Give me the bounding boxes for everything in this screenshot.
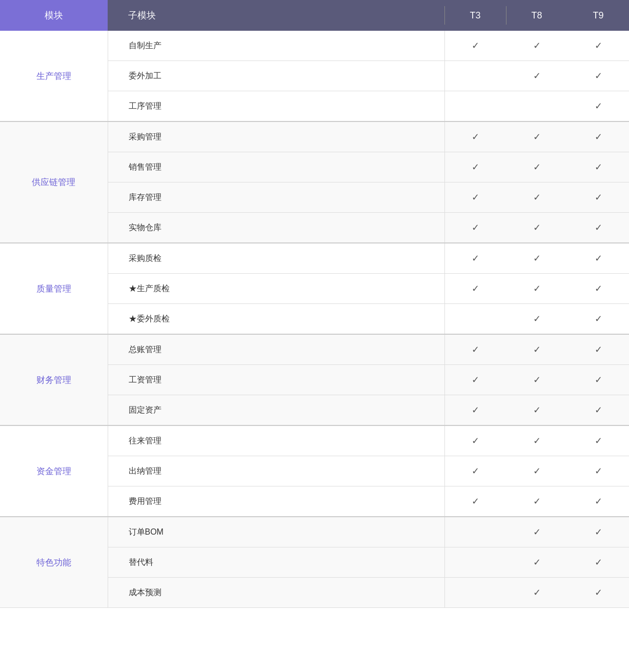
check-t8: ✓: [506, 395, 567, 426]
check-t8: ✓: [506, 182, 567, 213]
submodule-cell: 出纳管理: [108, 456, 444, 486]
submodule-cell: 委外加工: [108, 61, 444, 91]
submodule-cell: 替代料: [108, 547, 444, 578]
table-row: 生产管理自制生产✓✓✓: [0, 31, 629, 61]
check-t9: ✓: [567, 182, 629, 213]
check-t9: ✓: [567, 456, 629, 486]
check-mark-icon: ✓: [533, 557, 541, 568]
check-mark-icon: ✓: [595, 70, 602, 82]
check-mark-icon: ✓: [533, 131, 541, 142]
check-t9: ✓: [567, 395, 629, 426]
check-mark-icon: ✓: [595, 131, 602, 142]
check-t3: ✓: [444, 365, 506, 395]
check-mark-icon: ✓: [533, 465, 541, 477]
table-row: 资金管理往来管理✓✓✓: [0, 425, 629, 456]
comparison-table: 模块 子模块 T3 T8 T9 生产管理自制生产✓✓✓委外加工✓✓工序管理✓供应…: [0, 0, 629, 608]
check-mark-icon: ✓: [533, 161, 541, 173]
check-t3: [444, 547, 506, 578]
check-mark-icon: ✓: [533, 192, 541, 203]
check-mark-icon: ✓: [595, 557, 602, 568]
module-cell: 特色功能: [0, 517, 108, 608]
check-mark-icon: ✓: [595, 283, 602, 294]
check-t3: ✓: [444, 213, 506, 243]
check-mark-icon: ✓: [533, 70, 541, 82]
check-t9: ✓: [567, 365, 629, 395]
header-t3: T3: [444, 0, 506, 31]
check-t9: ✓: [567, 152, 629, 182]
check-mark-icon: ✓: [472, 40, 479, 51]
submodule-cell: ★生产质检: [108, 274, 444, 304]
check-t9: ✓: [567, 91, 629, 122]
check-mark-icon: ✓: [595, 40, 602, 51]
submodule-cell: ★委外质检: [108, 304, 444, 335]
check-mark-icon: ✓: [472, 283, 479, 294]
submodule-cell: 订单BOM: [108, 517, 444, 547]
check-t3: [444, 91, 506, 122]
check-t9: ✓: [567, 213, 629, 243]
check-mark-icon: ✓: [595, 496, 602, 507]
check-t3: ✓: [444, 152, 506, 182]
check-t9: ✓: [567, 425, 629, 456]
header-module: 模块: [0, 0, 108, 31]
check-t9: ✓: [567, 486, 629, 517]
submodule-cell: 往来管理: [108, 425, 444, 456]
submodule-cell: 库存管理: [108, 182, 444, 213]
check-mark-icon: ✓: [595, 161, 602, 173]
check-t3: ✓: [444, 486, 506, 517]
check-t3: ✓: [444, 121, 506, 152]
submodule-cell: 费用管理: [108, 486, 444, 517]
check-mark-icon: ✓: [595, 344, 602, 355]
check-t9: ✓: [567, 578, 629, 608]
check-t8: ✓: [506, 121, 567, 152]
check-mark-icon: ✓: [595, 404, 602, 416]
submodule-cell: 实物仓库: [108, 213, 444, 243]
check-mark-icon: ✓: [472, 222, 479, 233]
check-t9: ✓: [567, 517, 629, 547]
check-mark-icon: ✓: [533, 222, 541, 233]
check-mark-icon: ✓: [595, 435, 602, 446]
check-mark-icon: ✓: [472, 404, 479, 416]
module-cell: 生产管理: [0, 31, 108, 121]
check-t8: ✓: [506, 334, 567, 365]
check-mark-icon: ✓: [595, 313, 602, 324]
check-t3: ✓: [444, 274, 506, 304]
submodule-cell: 自制生产: [108, 31, 444, 61]
check-mark-icon: ✓: [595, 222, 602, 233]
check-mark-icon: ✓: [533, 587, 541, 598]
check-mark-icon: ✓: [533, 253, 541, 264]
check-mark-icon: ✓: [533, 344, 541, 355]
check-mark-icon: ✓: [533, 40, 541, 51]
check-t9: ✓: [567, 31, 629, 61]
table-row: 供应链管理采购管理✓✓✓: [0, 121, 629, 152]
check-mark-icon: ✓: [595, 374, 602, 385]
check-t3: [444, 578, 506, 608]
module-cell: 资金管理: [0, 425, 108, 517]
module-cell: 质量管理: [0, 243, 108, 334]
check-t9: ✓: [567, 547, 629, 578]
check-t8: ✓: [506, 547, 567, 578]
check-mark-icon: ✓: [595, 192, 602, 203]
check-t8: ✓: [506, 425, 567, 456]
check-mark-icon: ✓: [472, 344, 479, 355]
module-cell: 供应链管理: [0, 121, 108, 243]
check-t8: ✓: [506, 274, 567, 304]
check-t8: ✓: [506, 517, 567, 547]
check-t3: ✓: [444, 243, 506, 274]
check-t3: ✓: [444, 456, 506, 486]
check-mark-icon: ✓: [595, 253, 602, 264]
check-t8: ✓: [506, 578, 567, 608]
check-t3: ✓: [444, 395, 506, 426]
submodule-cell: 总账管理: [108, 334, 444, 365]
check-mark-icon: ✓: [533, 313, 541, 324]
check-t8: ✓: [506, 31, 567, 61]
check-mark-icon: ✓: [533, 435, 541, 446]
check-mark-icon: ✓: [533, 374, 541, 385]
check-t8: ✓: [506, 456, 567, 486]
check-t9: ✓: [567, 274, 629, 304]
check-t9: ✓: [567, 243, 629, 274]
check-t3: ✓: [444, 31, 506, 61]
submodule-cell: 采购管理: [108, 121, 444, 152]
submodule-cell: 成本预测: [108, 578, 444, 608]
header-t9: T9: [567, 0, 629, 31]
check-mark-icon: ✓: [472, 253, 479, 264]
